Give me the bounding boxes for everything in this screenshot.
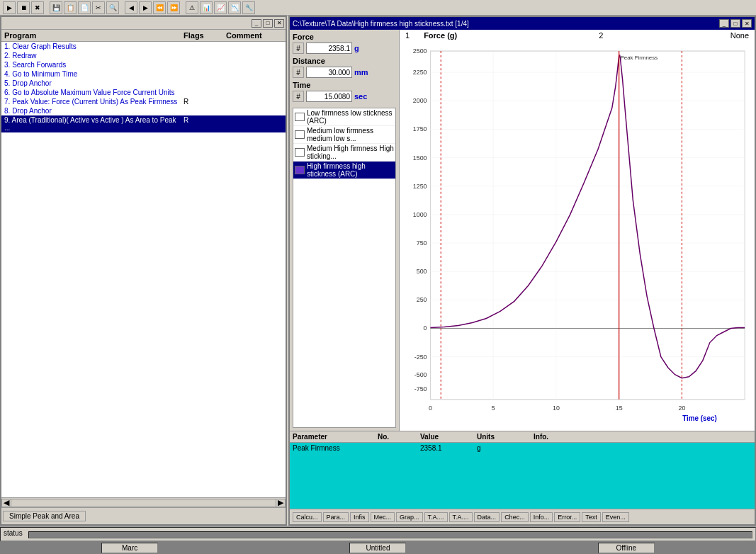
svg-text:-250: -250 xyxy=(414,354,427,361)
right-minimize[interactable]: _ xyxy=(719,19,729,28)
col-value: Value xyxy=(420,433,477,441)
right-content: Force # g Distance # xyxy=(290,30,755,431)
time-row: # sec xyxy=(293,91,396,102)
btn-data[interactable]: Data... xyxy=(474,512,500,522)
tab-simple-peak-area[interactable]: Simple Peak and Area xyxy=(3,511,86,521)
class-label-4: High firmness high stickness (ARC) xyxy=(307,162,394,178)
svg-text:2250: 2250 xyxy=(413,69,427,76)
class-label-2: Medium low firmness medium low s... xyxy=(307,127,394,142)
svg-text:1750: 1750 xyxy=(413,125,427,132)
col-info: Info. xyxy=(534,433,752,441)
class-color-1 xyxy=(295,113,305,121)
toolbar-group-2: 💾 📋 📄 ✂ 🔍 xyxy=(50,1,119,14)
toolbar-btn-play[interactable]: ▶ xyxy=(3,1,16,14)
toolbar-btn-stop[interactable]: ⏹ xyxy=(17,1,30,14)
distance-hash-btn[interactable]: # xyxy=(293,67,304,78)
btn-para[interactable]: Para... xyxy=(323,512,349,522)
force-unit: g xyxy=(354,44,359,52)
scroll-left-btn[interactable]: ◀ xyxy=(1,499,11,507)
program-item-1[interactable]: 1. Clear Graph Results xyxy=(1,42,286,51)
distance-row: # mm xyxy=(293,67,396,78)
program-item-4[interactable]: 4. Go to Minimum Time xyxy=(1,69,286,79)
status-field-marc: Marc xyxy=(101,543,158,553)
btn-text[interactable]: Text xyxy=(582,512,601,522)
class-label-1: Low firmness low stickness (ARC) xyxy=(307,109,394,125)
left-panel-minimize[interactable]: _ xyxy=(252,19,261,28)
class-item-2[interactable]: Medium low firmness medium low s... xyxy=(293,126,395,144)
class-item-1[interactable]: Low firmness low stickness (ARC) xyxy=(293,108,395,126)
class-color-2 xyxy=(295,130,305,139)
toolbar-btn-graph-up[interactable]: 📈 xyxy=(214,1,227,14)
graph-marker-1: 1 xyxy=(405,31,410,40)
btn-calcu[interactable]: Calcu... xyxy=(293,512,322,522)
toolbar-btn-chart[interactable]: 📊 xyxy=(200,1,213,14)
force-input[interactable] xyxy=(306,43,352,54)
force-hash-btn[interactable]: # xyxy=(293,43,304,54)
col-program: Program xyxy=(4,31,184,40)
class-item-3[interactable]: Medium High firmness High sticking... xyxy=(293,144,395,162)
left-panel-maximize[interactable]: □ xyxy=(263,19,273,28)
svg-text:15: 15 xyxy=(616,405,623,412)
btn-chec[interactable]: Chec... xyxy=(501,512,529,522)
program-item-6[interactable]: 6. Go to Absolute Maximum Value Force Cu… xyxy=(1,88,286,97)
svg-text:750: 750 xyxy=(417,239,427,247)
scroll-right-btn[interactable]: ▶ xyxy=(276,499,286,507)
svg-text:250: 250 xyxy=(417,296,427,303)
time-input[interactable] xyxy=(306,91,352,102)
class-item-4[interactable]: High firmness high stickness (ARC) xyxy=(293,162,395,179)
btn-grap[interactable]: Grap... xyxy=(396,512,423,522)
svg-text:0: 0 xyxy=(424,324,427,332)
toolbar-btn-settings[interactable]: 🔧 xyxy=(242,1,255,14)
btn-ta2[interactable]: T.A.... xyxy=(449,512,473,522)
graph-container[interactable]: 2500 2250 2000 1750 1500 1250 1000 750 5… xyxy=(400,41,755,431)
col-no: No. xyxy=(378,433,420,441)
class-label-3: Medium High firmness High sticking... xyxy=(307,145,394,160)
program-item-8[interactable]: 8. Drop Anchor xyxy=(1,106,286,115)
program-item-9[interactable]: 9. Area (Traditional)( Active vs Active … xyxy=(1,115,286,132)
row-no xyxy=(378,444,420,452)
right-close[interactable]: ✕ xyxy=(742,19,752,28)
toolbar-btn-new[interactable]: 📄 xyxy=(78,1,91,14)
toolbar-btn-back[interactable]: ◀ xyxy=(125,1,137,14)
btn-ta1[interactable]: T.A.... xyxy=(424,512,448,522)
class-color-3 xyxy=(295,148,305,157)
toolbar-btn-skip-back[interactable]: ⏪ xyxy=(153,1,166,14)
btn-mec[interactable]: Mec... xyxy=(371,512,395,522)
time-hash-btn[interactable]: # xyxy=(293,91,304,102)
btn-infis[interactable]: Infis xyxy=(350,512,369,522)
btn-even[interactable]: Even... xyxy=(602,512,629,522)
svg-rect-0 xyxy=(430,51,745,400)
program-item-2[interactable]: 2. Redraw xyxy=(1,51,286,60)
right-maximize[interactable]: □ xyxy=(730,19,740,28)
program-item-7[interactable]: 7. Peak Value: Force (Current Units) As … xyxy=(1,97,286,106)
toolbar-btn-close[interactable]: ✖ xyxy=(31,1,44,14)
status-progress-bar xyxy=(28,531,752,538)
data-table-section: Parameter No. Value Units Info. Peak Fir… xyxy=(290,431,755,509)
toolbar-btn-cut[interactable]: ✂ xyxy=(92,1,105,14)
right-bottom-toolbar: Calcu... Para... Infis Mec... Grap... T.… xyxy=(290,509,755,524)
data-table-empty xyxy=(290,453,755,509)
toolbar-btn-search[interactable]: 🔍 xyxy=(106,1,119,14)
row-info xyxy=(534,444,752,452)
toolbar-btn-graph-down[interactable]: 📉 xyxy=(228,1,241,14)
graph-none-label: None xyxy=(730,31,749,40)
left-panel-close[interactable]: ✕ xyxy=(274,19,284,28)
program-item-3[interactable]: 3. Search Forwards xyxy=(1,60,286,69)
distance-input[interactable] xyxy=(306,67,352,78)
toolbar-btn-skip-forward[interactable]: ⏩ xyxy=(167,1,180,14)
program-item-5[interactable]: 5. Drop Anchor xyxy=(1,79,286,88)
toolbar-btn-forward[interactable]: ▶ xyxy=(139,1,152,14)
h-scrollbar-track[interactable] xyxy=(11,499,276,507)
data-table-row-1[interactable]: Peak Firmness 2358.1 g xyxy=(290,443,755,453)
row-value: 2358.1 xyxy=(420,444,477,452)
toolbar-group-1: ▶ ⏹ ✖ xyxy=(3,1,44,14)
status-bar: status Marc Untitled Offline xyxy=(0,526,756,554)
btn-error[interactable]: Error... xyxy=(554,512,580,522)
row-units: g xyxy=(477,444,534,452)
col-comment: Comment xyxy=(226,31,283,40)
toolbar-btn-copy[interactable]: 📋 xyxy=(64,1,77,14)
svg-text:Time (sec): Time (sec) xyxy=(682,414,717,422)
toolbar-btn-warn[interactable]: ⚠ xyxy=(186,1,198,14)
toolbar-btn-save[interactable]: 💾 xyxy=(50,1,62,14)
btn-info[interactable]: Info... xyxy=(530,512,553,522)
